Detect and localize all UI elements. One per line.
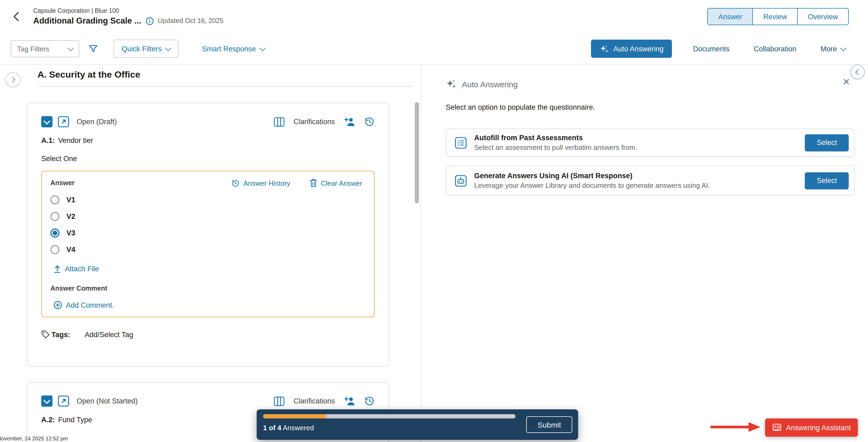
right-panel-collapse-button[interactable] xyxy=(850,65,865,79)
upload-icon xyxy=(54,265,61,273)
filter-funnel-icon[interactable] xyxy=(88,43,99,54)
progress-text: 1 of 4 Answered xyxy=(263,424,314,432)
tab-overview[interactable]: Overview xyxy=(797,8,849,25)
expand-question-icon[interactable] xyxy=(58,116,69,127)
auto-answering-panel: Auto Answering × Select an option to pop… xyxy=(421,65,868,442)
generate-ai-option-card: Generate Answers Using AI (Smart Respons… xyxy=(446,166,855,195)
plus-circle-icon xyxy=(54,301,62,309)
expand-question-icon[interactable] xyxy=(58,396,69,407)
section-divider xyxy=(37,86,413,87)
tag-filters-select[interactable]: Tag Filters xyxy=(11,40,79,57)
quick-filters-button[interactable]: Quick Filters xyxy=(114,40,179,58)
collaboration-link[interactable]: Collaboration xyxy=(750,44,799,53)
question-text: A.1:Vendor tier xyxy=(41,136,374,144)
clarifications-icon[interactable] xyxy=(274,396,284,406)
question-status: Open (Not Started) xyxy=(76,397,138,405)
question-status: Open (Draft) xyxy=(76,118,117,126)
answer-option-label: V4 xyxy=(66,246,75,253)
assign-person-icon[interactable] xyxy=(344,397,355,406)
answer-option-label: V1 xyxy=(66,196,75,204)
radio-icon[interactable] xyxy=(50,195,60,204)
tab-answer[interactable]: Answer xyxy=(708,8,753,25)
chevron-left-icon xyxy=(856,69,862,75)
answer-history-label: Answer History xyxy=(244,179,290,187)
answer-option-row[interactable]: V2 xyxy=(50,212,365,221)
auto-answering-panel-title: Auto Answering xyxy=(462,79,518,89)
trash-icon xyxy=(309,179,317,187)
smart-response-label: Smart Response xyxy=(202,45,256,53)
answer-option-row[interactable]: V4 xyxy=(50,245,365,254)
left-panel-expand-button[interactable] xyxy=(5,72,20,87)
submit-button[interactable]: Submit xyxy=(526,416,572,433)
info-icon[interactable] xyxy=(146,17,154,25)
collapse-question-icon[interactable] xyxy=(41,116,53,127)
answering-assistant-label: Answering Assistant xyxy=(786,423,851,432)
answer-header-links: Answer History Clear Answer xyxy=(228,178,365,188)
clarifications-icon[interactable] xyxy=(274,117,284,127)
clear-answer-link[interactable]: Clear Answer xyxy=(306,178,365,188)
sparkles-icon xyxy=(599,44,609,53)
question-actions: Clarifications xyxy=(274,117,374,127)
more-menu[interactable]: More xyxy=(817,44,849,53)
question-title: Vendor tier xyxy=(58,136,93,144)
attach-file-link[interactable]: Attach File xyxy=(50,264,102,273)
tags-row: Tags: Add/Select Tag xyxy=(41,330,374,339)
radio-icon[interactable] xyxy=(50,212,60,221)
radio-icon[interactable] xyxy=(50,229,60,238)
question-history-icon[interactable] xyxy=(364,117,374,127)
back-button[interactable] xyxy=(8,8,25,25)
generate-ai-option-title: Generate Answers Using AI (Smart Respons… xyxy=(474,172,710,180)
add-select-tag[interactable]: Add/Select Tag xyxy=(85,331,133,338)
answer-history-link[interactable]: Answer History xyxy=(228,178,293,188)
answer-header: Answer Answer History xyxy=(50,178,365,188)
answering-assistant-button[interactable]: Answering Assistant xyxy=(765,418,858,437)
red-arrow-icon xyxy=(710,421,762,435)
questionnaire-panel: A. Security at the Office Open (Draft) C… xyxy=(0,65,421,442)
question-id: A.2: xyxy=(41,416,55,424)
clock-history-icon xyxy=(232,179,240,187)
section-title: A. Security at the Office xyxy=(37,70,141,80)
radio-icon[interactable] xyxy=(50,245,60,254)
auto-answering-button[interactable]: Auto Answering xyxy=(591,40,672,58)
progress-fill xyxy=(263,414,326,418)
toolbar: Tag Filters Quick Filters Smart Response… xyxy=(0,33,868,65)
auto-answering-subtitle: Select an option to populate the questio… xyxy=(446,103,595,111)
top-header: Capsule Corporation | Blue 100 Additiona… xyxy=(0,0,868,34)
documents-link[interactable]: Documents xyxy=(690,44,733,53)
quick-filters-label: Quick Filters xyxy=(122,45,162,53)
answer-label: Answer xyxy=(50,179,74,187)
collapse-question-icon[interactable] xyxy=(41,396,53,407)
progress-count: 1 of 4 xyxy=(263,424,281,432)
question-id: A.1: xyxy=(41,136,55,144)
answer-box: Answer Answer History xyxy=(41,171,374,317)
close-icon[interactable]: × xyxy=(840,75,853,88)
more-label: More xyxy=(820,45,837,53)
smart-response-button[interactable]: Smart Response xyxy=(199,44,268,53)
generate-ai-select-button[interactable]: Select xyxy=(805,172,849,189)
left-panel-scrollbar[interactable] xyxy=(415,102,419,203)
question-actions: Clarifications xyxy=(274,396,374,406)
generate-ai-option-text: Generate Answers Using AI (Smart Respons… xyxy=(474,172,710,190)
assign-person-icon[interactable] xyxy=(344,117,355,126)
add-comment-link[interactable]: Add Comment. xyxy=(50,300,117,310)
question-title: Fund Type xyxy=(58,416,92,424)
clarifications-label[interactable]: Clarifications xyxy=(293,118,335,126)
autofill-select-button[interactable]: Select xyxy=(805,134,849,151)
tag-filters-label: Tag Filters xyxy=(17,45,49,53)
answer-comment-label: Answer Comment xyxy=(50,285,365,292)
checklist-icon xyxy=(455,137,467,148)
answer-option-label: V3 xyxy=(66,229,75,237)
clarifications-label[interactable]: Clarifications xyxy=(293,397,335,405)
tag-icon xyxy=(41,330,50,339)
question-history-icon[interactable] xyxy=(364,396,374,406)
clear-answer-label: Clear Answer xyxy=(321,179,362,187)
auto-answering-header: Auto Answering xyxy=(446,79,518,89)
chevron-right-icon xyxy=(9,77,15,83)
view-tabs: Answer Review Overview xyxy=(708,8,849,25)
tab-review[interactable]: Review xyxy=(752,8,798,25)
progress-footer: 1 of 4 Answered Submit xyxy=(257,409,578,440)
title-row: Additional Grading Scale ... Updated Oct… xyxy=(33,16,223,26)
assistant-card-icon xyxy=(772,423,782,432)
answer-option-row[interactable]: V3 xyxy=(50,229,365,238)
answer-option-row[interactable]: V1 xyxy=(50,195,365,204)
